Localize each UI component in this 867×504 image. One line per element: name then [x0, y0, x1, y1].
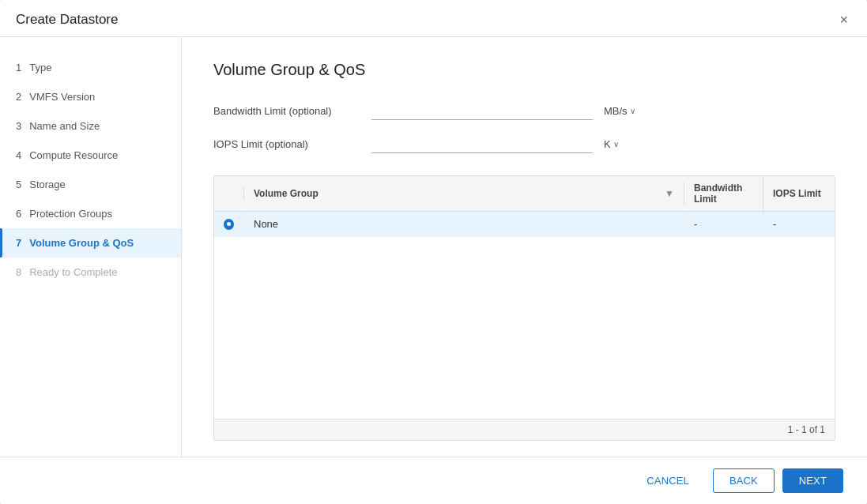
sidebar-item-ready[interactable]: 8 Ready to Complete — [0, 258, 181, 287]
main-content: Volume Group & QoS Bandwidth Limit (opti… — [182, 37, 867, 457]
iops-label: IOPS Limit (optional) — [213, 138, 371, 150]
close-button[interactable]: × — [836, 11, 851, 28]
td-volume-group: None — [244, 212, 684, 236]
back-button[interactable]: BACK — [713, 468, 775, 493]
sidebar-label-protection: Protection Groups — [29, 208, 112, 220]
cancel-button[interactable]: CANCEL — [631, 469, 705, 492]
table-body: None - - — [214, 212, 835, 419]
modal: Create Datastore × 1 Type 2 VMFS Version… — [0, 0, 867, 504]
sidebar-label-storage: Storage — [29, 179, 66, 190]
sidebar-label-ready: Ready to Complete — [29, 266, 117, 278]
td-bandwidth-value: - — [684, 212, 763, 236]
sidebar-item-vmfs[interactable]: 2 VMFS Version — [0, 82, 181, 111]
bandwidth-unit-chevron: ∨ — [630, 107, 635, 115]
iops-unit-select[interactable]: K ∨ — [601, 137, 622, 152]
step-num-6: 6 — [16, 208, 21, 220]
section-title: Volume Group & QoS — [213, 61, 835, 79]
sidebar-label-volume: Volume Group & QoS — [29, 237, 134, 249]
th-volume-group-label: Volume Group — [254, 188, 319, 199]
modal-body: 1 Type 2 VMFS Version 3 Name and Size 4 … — [0, 37, 867, 457]
th-iops: IOPS Limit — [763, 182, 835, 205]
sidebar: 1 Type 2 VMFS Version 3 Name and Size 4 … — [0, 37, 182, 457]
sidebar-label-vmfs: VMFS Version — [29, 91, 95, 103]
iops-input[interactable] — [371, 134, 593, 153]
th-volume-group: Volume Group ▼ — [244, 182, 684, 205]
volume-group-table: Volume Group ▼ Bandwidth Limit IOPS Limi… — [213, 175, 835, 441]
sidebar-label-name-size: Name and Size — [29, 120, 100, 132]
modal-title: Create Datastore — [16, 12, 118, 28]
th-iops-label: IOPS Limit — [773, 188, 821, 199]
iops-input-group: K ∨ — [371, 134, 622, 153]
step-num-4: 4 — [16, 149, 21, 161]
step-num-3: 3 — [16, 120, 21, 132]
iops-unit-chevron: ∨ — [613, 140, 619, 149]
sidebar-item-storage[interactable]: 5 Storage — [0, 170, 181, 199]
sidebar-item-protection-groups[interactable]: 6 Protection Groups — [0, 199, 181, 228]
next-button[interactable]: NEXT — [782, 468, 843, 493]
bandwidth-label: Bandwidth Limit (optional) — [213, 105, 371, 117]
bandwidth-limit-row: Bandwidth Limit (optional) MB/s ∨ — [213, 101, 835, 120]
filter-icon[interactable]: ▼ — [665, 188, 674, 199]
step-num-7: 7 — [16, 237, 21, 249]
radio-selected — [224, 219, 234, 230]
bandwidth-unit-select[interactable]: MB/s ∨ — [601, 103, 639, 118]
sidebar-item-compute-resource[interactable]: 4 Compute Resource — [0, 141, 181, 170]
th-bandwidth: Bandwidth Limit — [684, 176, 763, 211]
bandwidth-input-group: MB/s ∨ — [371, 101, 639, 120]
table-footer: 1 - 1 of 1 — [214, 419, 835, 440]
sidebar-item-volume-group[interactable]: 7 Volume Group & QoS — [0, 228, 181, 258]
bandwidth-unit-label: MB/s — [604, 105, 628, 117]
modal-header: Create Datastore × — [0, 0, 867, 37]
iops-unit-label: K — [604, 138, 611, 150]
modal-footer: CANCEL BACK NEXT — [0, 457, 867, 504]
th-select — [214, 187, 244, 200]
iops-limit-row: IOPS Limit (optional) K ∨ — [213, 134, 835, 153]
table-header: Volume Group ▼ Bandwidth Limit IOPS Limi… — [214, 176, 835, 212]
td-select — [214, 213, 244, 236]
pagination-info: 1 - 1 of 1 — [788, 424, 825, 435]
bandwidth-input[interactable] — [371, 101, 593, 120]
step-num-2: 2 — [16, 91, 21, 103]
sidebar-item-name-size[interactable]: 3 Name and Size — [0, 111, 181, 141]
td-iops-value: - — [763, 212, 835, 236]
step-num-1: 1 — [16, 62, 21, 73]
sidebar-label-type: Type — [29, 62, 51, 73]
step-num-5: 5 — [16, 179, 21, 190]
sidebar-label-compute: Compute Resource — [29, 149, 118, 161]
table-row[interactable]: None - - — [214, 212, 835, 237]
sidebar-item-type[interactable]: 1 Type — [0, 53, 181, 82]
th-bandwidth-label: Bandwidth Limit — [694, 182, 742, 205]
step-num-8: 8 — [16, 266, 21, 278]
